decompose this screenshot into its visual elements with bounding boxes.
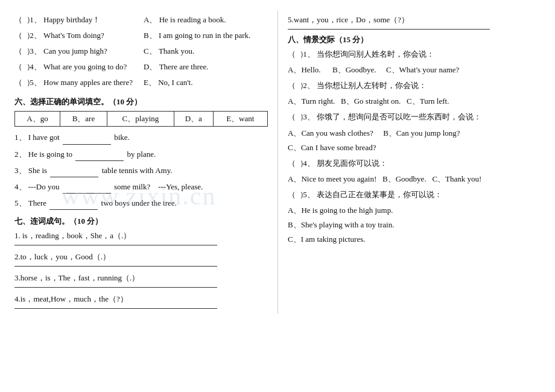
- fill-item-5: 5、 There two boys under the tree.: [14, 196, 268, 210]
- sentence-1-line: [14, 245, 217, 245]
- fill-5-text1: There: [28, 198, 49, 207]
- qa-3-num: 3、: [303, 112, 315, 121]
- sentence-2-text: 2.to，luck，you，Good（.）: [14, 252, 110, 261]
- match-ans-e-letter: E、: [144, 78, 156, 87]
- fill-3-text2: table tennis with Amy.: [102, 166, 173, 175]
- match-item-5: （ ） 5、 How many apples are there?: [14, 76, 139, 89]
- sentence-3-line: [14, 287, 217, 288]
- qa-2-question: 当你想让别人左转时，你会说：: [317, 81, 427, 90]
- match-ans-d-letter: D、: [144, 62, 157, 71]
- qa-1-opt-c: C、What's your name?: [386, 65, 459, 74]
- qa-1-opts: A、Hello. B、Goodbye. C、What's your name?: [288, 63, 541, 77]
- qa-2-opt-a: A、Turn right.: [288, 96, 339, 106]
- fill-4-text1: ---Do you: [28, 182, 62, 191]
- match-item-4-num: 4、: [30, 62, 42, 71]
- table-header-b: B、are: [60, 112, 107, 127]
- qa-item-2: （ ） 2、 当你想让别人左转时，你会说：: [288, 79, 541, 92]
- table-header-d: D、a: [174, 112, 213, 127]
- qa-4-opts: A、Nice to meet you again! B、Goodbye. C、T…: [288, 172, 541, 186]
- table-header-a: A、go: [15, 112, 60, 127]
- qa-item-5: （ ） 5、 表达自己正在做某事是，你可以说：: [288, 188, 541, 201]
- sentence-3-text: 3.horse，is，The，fast，running（.）: [14, 273, 139, 282]
- sentence-1-text: is，reading，book，She，a（.）: [22, 231, 131, 240]
- section8-title: 八、情景交际（15 分）: [288, 34, 541, 45]
- qa-4-num: 4、: [303, 159, 315, 168]
- qa-2-opt-b: B、Go straight on.: [341, 96, 405, 106]
- qa-3-opt-b-text: B、Can you jump long?: [383, 128, 460, 138]
- section7-title: 七、连词成句。（10 分）: [14, 216, 268, 227]
- qa-4-opt-b: B、Goodbye.: [382, 174, 430, 183]
- sentence-item-2: 2.to，luck，you，Good（.）: [14, 250, 268, 264]
- sentence-item-3: 3.horse，is，The，fast，running（.）: [14, 271, 268, 285]
- match-ans-b-text: I am going to run in the park.: [159, 31, 250, 40]
- match-item-1: （ ） 1、 Happy birthday！: [14, 13, 139, 27]
- fill-4-num: 4、: [14, 182, 27, 191]
- fill-5-text2: two boys under the tree.: [101, 198, 177, 207]
- sentence-item-4: 4.is，meat,How，much，the（?）: [14, 292, 268, 306]
- table-header-c: C、playing: [107, 112, 174, 127]
- qa-item-1: （ ） 1、 当你想询问别人姓名时，你会说：: [288, 48, 541, 61]
- qa-2-num: 2、: [303, 81, 315, 90]
- qa-4-question: 朋友见面你可以说：: [317, 159, 387, 168]
- want-item: 5.want，you，rice，Do，some（?）: [288, 13, 541, 27]
- match-item-2-text: What's Tom doing?: [43, 31, 104, 40]
- fill-3-num: 3、: [14, 166, 27, 175]
- fill-1-blank: [63, 130, 111, 144]
- qa-3-opt-c: C、Can I have some bread?: [288, 141, 541, 154]
- match-ans-a: A、 He is reading a book.: [144, 13, 268, 27]
- qa-5-opt-b-text: B、She's playing with a toy train.: [288, 220, 394, 229]
- qa-1-opt-b: B、Goodbye.: [332, 65, 384, 74]
- qa-2-opt-c: C、Turn left.: [407, 96, 449, 106]
- match-ans-c-letter: C、: [144, 46, 157, 55]
- word-choice-table: A、go B、are C、playing D、a E、want: [14, 111, 268, 127]
- fill-2-blank: [75, 147, 124, 161]
- match-item-4-text: What are you going to do?: [43, 62, 127, 71]
- match-ans-b-letter: B、: [144, 31, 157, 40]
- fill-item-2: 2、 He is going to by plane.: [14, 147, 268, 161]
- qa-5-opt-c: C、I am taking pictures.: [288, 233, 541, 246]
- fill-1-num: 1、: [14, 133, 27, 142]
- fill-5-num: 5、: [14, 198, 27, 207]
- match-ans-a-text: He is reading a book.: [159, 15, 226, 24]
- section6-title: 六、选择正确的单词填空。（10 分）: [14, 96, 268, 107]
- qa-3-opt-a: A、Can you wash clothes? B、Can you jump l…: [288, 127, 541, 140]
- qa-5-opt-b: B、She's playing with a toy train.: [288, 218, 541, 232]
- fill-item-4: 4、 ---Do you some milk? ---Yes, please.: [14, 180, 268, 194]
- match-item-4: （ ） 4、 What are you going to do?: [14, 60, 139, 74]
- sentence-2-line: [14, 266, 217, 267]
- qa-3-opt-a-text: A、Can you wash clothes?: [288, 128, 381, 138]
- qa-3-opt-c-text: C、Can I have some bread?: [288, 143, 376, 152]
- match-ans-b: B、 I am going to run in the park.: [144, 29, 268, 42]
- qa-4-opt-a: A、Nice to meet you again!: [288, 174, 381, 183]
- fill-1-text2: bike.: [114, 133, 130, 142]
- sentence-1-num: 1.: [14, 231, 21, 240]
- qa-1-opt-a: A、Hello.: [288, 65, 331, 74]
- match-item-2: （ ） 2、 What's Tom doing?: [14, 29, 139, 42]
- qa-4-opt-c: C、Thank you!: [432, 174, 481, 183]
- match-ans-c-text: Thank you.: [159, 46, 194, 55]
- qa-5-num: 5、: [303, 190, 315, 199]
- match-ans-d-text: There are three.: [159, 62, 209, 71]
- qa-1-num: 1、: [303, 49, 315, 58]
- match-item-5-num: 5、: [30, 78, 42, 87]
- match-item-1-text: Happy birthday！: [43, 15, 100, 24]
- match-item-2-num: 2、: [30, 31, 42, 40]
- match-item-5-text: How many apples are there?: [43, 78, 133, 87]
- match-ans-e-text: No, I can't.: [158, 78, 192, 87]
- qa-item-3: （ ） 3、 你饿了，想询问是否可以吃一些东西时，会说：: [288, 110, 541, 124]
- sentence-item-1: 1. is，reading，book，She，a（.）: [14, 229, 268, 242]
- fill-2-text2: by plane.: [127, 150, 156, 159]
- qa-1-question: 当你想询问别人姓名时，你会说：: [317, 49, 434, 58]
- qa-5-opt-c-text: C、I am taking pictures.: [288, 235, 366, 244]
- fill-1-text1: I have got: [28, 133, 62, 142]
- match-item-3: （ ） 3、 Can you jump high?: [14, 45, 139, 58]
- fill-item-3: 3、 She is table tennis with Amy.: [14, 163, 268, 177]
- fill-3-blank: [50, 163, 98, 177]
- want-line: [288, 29, 490, 30]
- fill-4-blank: [63, 180, 111, 194]
- fill-3-text1: She is: [28, 166, 49, 175]
- fill-2-num: 2、: [14, 150, 27, 159]
- qa-2-opts: A、Turn right. B、Go straight on. C、Turn l…: [288, 95, 541, 108]
- qa-5-opt-a: A、He is going to the high jump.: [288, 204, 541, 217]
- sentence-4-text: 4.is，meat,How，much，the（?）: [14, 294, 128, 303]
